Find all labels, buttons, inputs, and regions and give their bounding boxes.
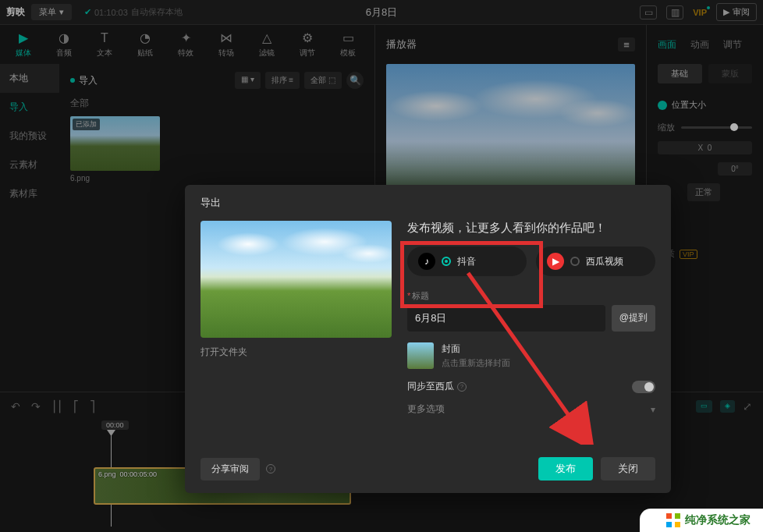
chevron-down-icon: ▾ [651, 404, 655, 415]
watermark-text: 纯净系统之家 [685, 513, 751, 527]
cover-thumbnail [407, 342, 434, 369]
radio-on-icon [442, 257, 451, 266]
platform-douyin[interactable]: ♪ 抖音 [407, 246, 527, 276]
export-preview [201, 221, 392, 338]
close-button[interactable]: 关闭 [601, 457, 655, 481]
cover-selector[interactable]: 封面 点击重新选择封面 [407, 342, 655, 369]
publish-button[interactable]: 发布 [538, 457, 593, 481]
sync-toggle[interactable] [632, 381, 655, 393]
title-section-label: *标题 [407, 290, 655, 302]
cover-label: 封面 [442, 342, 655, 356]
platform-xigua[interactable]: ▶ 西瓜视频 [536, 246, 655, 276]
video-title-input[interactable]: 6月8日 [407, 305, 605, 332]
douyin-icon: ♪ [418, 253, 435, 270]
more-options-row[interactable]: 更多选项 ▾ [407, 403, 655, 416]
publish-heading: 发布视频，让更多人看到你的作品吧！ [407, 221, 655, 236]
watermark-logo-icon [666, 513, 680, 527]
douyin-label: 抖音 [457, 255, 476, 268]
cover-hint: 点击重新选择封面 [442, 357, 655, 369]
xigua-label: 西瓜视频 [586, 255, 623, 268]
modal-title: 导出 [185, 185, 671, 221]
export-modal: 导出 打开文件夹 发布视频，让更多人看到你的作品吧！ ♪ 抖音 ▶ 西瓜视频 *… [185, 185, 671, 493]
watermark: 纯净系统之家 [640, 509, 763, 532]
radio-off-icon [570, 257, 580, 266]
open-folder-link[interactable]: 打开文件夹 [201, 346, 392, 359]
help-icon[interactable]: ? [457, 382, 467, 392]
help-icon[interactable]: ? [266, 464, 275, 473]
more-label: 更多选项 [407, 403, 445, 416]
xigua-icon: ▶ [547, 253, 564, 270]
sync-label: 同步至西瓜 [407, 380, 454, 393]
mention-button[interactable]: @提到 [612, 305, 655, 332]
share-review-button[interactable]: 分享审阅 [201, 458, 260, 481]
